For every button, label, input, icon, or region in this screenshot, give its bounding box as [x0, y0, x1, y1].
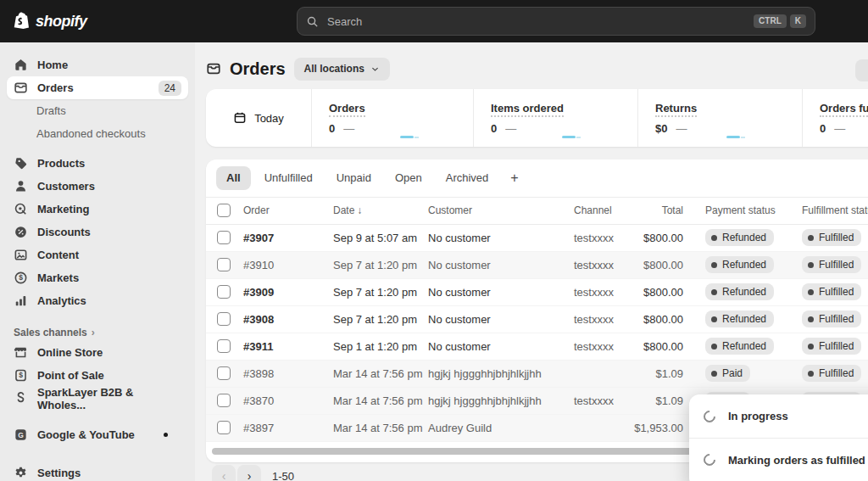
- row-checkbox[interactable]: [217, 421, 231, 434]
- sidebar-item-discounts[interactable]: Discounts: [7, 221, 188, 243]
- sidebar-item-products[interactable]: Products: [7, 152, 188, 175]
- sidebar-item-sparklayer[interactable]: SparkLayer B2B & Wholes...: [7, 387, 188, 410]
- column-header-payment-status[interactable]: Payment status: [683, 204, 802, 216]
- home-icon: [14, 58, 28, 72]
- sidebar-item-analytics[interactable]: Analytics: [7, 289, 188, 312]
- table-row[interactable]: #3909 Sep 7 at 1:20 pm No customer testx…: [206, 279, 868, 306]
- popup-item-label: Marking orders as fulfilled: [728, 454, 865, 467]
- stat-metric[interactable]: Items ordered 0 —: [473, 89, 637, 147]
- row-checkbox[interactable]: [217, 312, 231, 326]
- row-checkbox[interactable]: [217, 231, 231, 244]
- tab-open[interactable]: Open: [385, 166, 432, 190]
- stat-delta: —: [676, 122, 687, 135]
- prev-page-button[interactable]: ‹: [212, 465, 236, 481]
- sidebar-item-home[interactable]: Home: [7, 53, 188, 76]
- order-total: $800.00: [628, 232, 683, 244]
- sidebar-item-settings[interactable]: Settings: [7, 461, 188, 481]
- tab-bar: AllUnfulfilledUnpaidOpenArchived+: [206, 159, 868, 198]
- order-payment-status: Refunded: [683, 283, 802, 300]
- order-number[interactable]: #3897: [243, 422, 333, 434]
- popup-progress-item[interactable]: In progress: [689, 394, 868, 438]
- order-date: Mar 14 at 7:56 pm: [333, 394, 428, 407]
- select-all-checkbox[interactable]: [217, 204, 231, 217]
- row-checkbox[interactable]: [217, 339, 231, 353]
- sidebar-item-content[interactable]: Content: [7, 243, 188, 266]
- status-badge: Refunded: [705, 338, 774, 355]
- header-partial-button[interactable]: [855, 59, 868, 81]
- order-channel: testxxxx: [574, 394, 628, 407]
- svg-text:$: $: [19, 371, 23, 379]
- notification-dot: [164, 433, 168, 437]
- order-number[interactable]: #3911: [243, 340, 333, 353]
- gear-icon: [14, 466, 28, 480]
- sidebar-item-marketing[interactable]: Marketing: [7, 198, 188, 221]
- order-total: $1,953.00: [628, 422, 683, 434]
- location-filter-button[interactable]: All locations: [294, 58, 390, 81]
- sidebar-item-abandoned-checkouts[interactable]: Abandoned checkouts: [7, 122, 188, 145]
- popup-progress-item[interactable]: Marking orders as fulfilled: [689, 438, 868, 481]
- order-number[interactable]: #3870: [243, 394, 333, 407]
- stat-metric[interactable]: Returns $0 —: [637, 89, 802, 147]
- sidebar-item-online-store[interactable]: Online Store: [7, 341, 188, 364]
- tab-unpaid[interactable]: Unpaid: [326, 166, 381, 190]
- sidebar-item-drafts[interactable]: Drafts: [7, 99, 188, 122]
- row-checkbox[interactable]: [217, 394, 231, 407]
- table-row[interactable]: #3898 Mar 14 at 7:56 pm hgjkj hjggghhjbh…: [206, 361, 868, 388]
- order-number[interactable]: #3907: [243, 232, 333, 244]
- next-page-button[interactable]: ›: [237, 465, 261, 481]
- search-input[interactable]: [326, 14, 750, 29]
- tab-archived[interactable]: Archived: [436, 166, 499, 190]
- stat-metric[interactable]: Orders 0 —: [311, 89, 473, 147]
- stat-value: 0: [329, 122, 335, 135]
- column-header-channel[interactable]: Channel: [574, 204, 628, 216]
- row-checkbox[interactable]: [217, 366, 231, 380]
- column-header-order[interactable]: Order: [243, 204, 333, 216]
- table-row[interactable]: #3910 Sep 7 at 1:20 pm No customer testx…: [206, 252, 868, 279]
- order-date: Sep 7 at 1:20 pm: [333, 259, 428, 271]
- tab-all[interactable]: All: [216, 166, 251, 190]
- order-date: Sep 1 at 1:20 pm: [333, 340, 428, 353]
- sidebar-label: Drafts: [36, 104, 66, 117]
- stat-label: Orders fulfilled: [820, 102, 868, 117]
- sidebar-item-markets[interactable]: $ Markets: [7, 266, 188, 289]
- stat-delta: —: [834, 122, 845, 135]
- table-row[interactable]: #3911 Sep 1 at 1:20 pm No customer testx…: [206, 333, 868, 361]
- sidebar: Home Orders 24 Drafts Abandoned checkout…: [0, 42, 195, 481]
- sales-channels-header[interactable]: Sales channels ›: [14, 324, 181, 341]
- column-header-date[interactable]: Date↓: [333, 204, 428, 216]
- globe-dollar-icon: $: [14, 271, 28, 285]
- sidebar-item-customers[interactable]: Customers: [7, 175, 188, 198]
- shopify-bag-icon: [12, 11, 31, 32]
- tab-unfulfilled[interactable]: Unfulfilled: [254, 166, 323, 190]
- row-checkbox[interactable]: [217, 285, 231, 299]
- row-checkbox[interactable]: [217, 258, 231, 271]
- order-number[interactable]: #3908: [243, 313, 333, 326]
- sidebar-item-orders[interactable]: Orders 24: [7, 76, 188, 99]
- orders-page-icon: [206, 61, 221, 76]
- table-row[interactable]: #3907 Sep 9 at 5:07 am No customer testx…: [206, 225, 868, 252]
- order-date: Mar 14 at 7:56 pm: [333, 422, 428, 434]
- table-row[interactable]: #3908 Sep 7 at 1:20 pm No customer testx…: [206, 306, 868, 333]
- date-range-button[interactable]: Today: [206, 89, 311, 147]
- global-search[interactable]: CTRL K: [297, 7, 815, 36]
- sparkline: [562, 136, 576, 138]
- status-dot-icon: [711, 289, 717, 295]
- shortcut-ctrl-key: CTRL: [754, 14, 787, 28]
- order-customer: No customer: [428, 313, 574, 326]
- order-customer: No customer: [428, 286, 574, 299]
- order-number[interactable]: #3898: [243, 367, 333, 380]
- sparkline: [400, 136, 414, 138]
- column-header-fulfillment-status[interactable]: Fulfillment status: [802, 204, 868, 216]
- stat-metric[interactable]: Orders fulfilled 0 —: [802, 89, 868, 147]
- sidebar-item-point-of-sale[interactable]: $ Point of Sale: [7, 364, 188, 387]
- add-view-button[interactable]: +: [502, 169, 526, 187]
- shopify-logo[interactable]: shopify: [12, 0, 87, 42]
- order-number[interactable]: #3910: [243, 259, 333, 271]
- order-number[interactable]: #3909: [243, 286, 333, 299]
- status-dot-icon: [711, 344, 717, 350]
- status-dot-icon: [808, 262, 814, 268]
- status-badge: Fulfilled: [802, 310, 861, 327]
- sidebar-item-google-youtube[interactable]: G Google & YouTube: [7, 423, 188, 446]
- column-header-total[interactable]: Total: [628, 204, 683, 216]
- column-header-customer[interactable]: Customer: [428, 204, 574, 216]
